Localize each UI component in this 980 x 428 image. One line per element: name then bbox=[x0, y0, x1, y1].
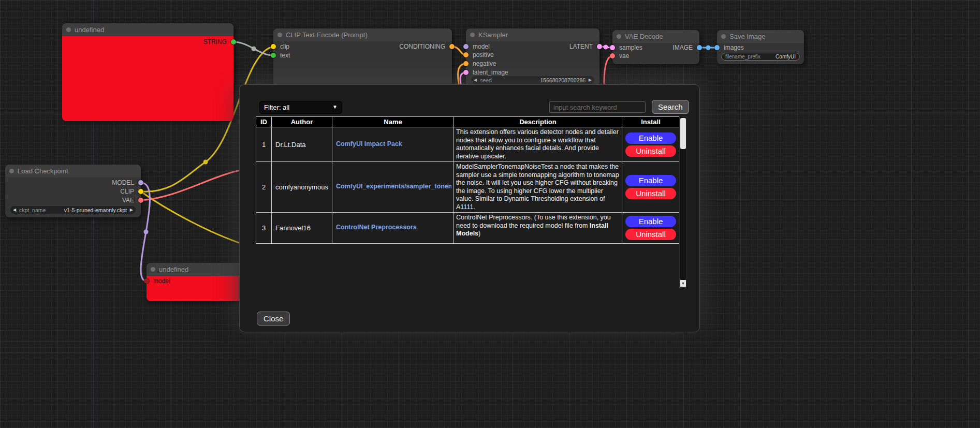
images-input-dot[interactable] bbox=[714, 45, 720, 50]
uninstall-button[interactable]: Uninstall bbox=[625, 229, 676, 240]
slot-label: latent_image bbox=[473, 69, 508, 76]
header-id: ID bbox=[256, 117, 272, 127]
output-slot-model: MODEL bbox=[5, 179, 141, 187]
extension-id: 2 bbox=[256, 162, 272, 213]
increment-arrow-icon[interactable]: ▶ bbox=[128, 208, 133, 212]
widget-value: v1-5-pruned-emaonly.ckpt bbox=[64, 207, 127, 213]
widget-value: ComfyUI bbox=[776, 54, 796, 60]
collapse-dot-icon[interactable] bbox=[617, 34, 621, 39]
model-input-dot[interactable] bbox=[144, 278, 149, 284]
extension-name-link[interactable]: ComfyUI Impact Pack bbox=[336, 140, 402, 147]
extension-description: ControlNet Preprocessors. (To use this e… bbox=[454, 213, 622, 244]
scrollbar[interactable]: ▼ bbox=[679, 116, 687, 288]
header-name: Name bbox=[332, 117, 454, 127]
input-slot-text: text bbox=[273, 51, 452, 60]
input-slot-negative: negative bbox=[466, 60, 599, 68]
widget-value: 156680208700286 bbox=[540, 77, 586, 83]
node-ksampler[interactable]: KSampler model positive negative latent_… bbox=[466, 28, 599, 86]
decrement-arrow-icon[interactable]: ◀ bbox=[13, 208, 18, 212]
text-input-dot[interactable] bbox=[271, 53, 276, 58]
string-output-dot[interactable] bbox=[231, 39, 236, 45]
latent-image-input-dot[interactable] bbox=[463, 70, 469, 75]
increment-arrow-icon[interactable]: ▶ bbox=[587, 78, 592, 82]
input-slot-vae: vae bbox=[612, 52, 699, 60]
decrement-arrow-icon[interactable]: ◀ bbox=[474, 78, 479, 82]
description-text: ControlNet Preprocessors. (To use this e… bbox=[456, 214, 611, 229]
slot-label: CLIP bbox=[120, 188, 134, 195]
collapse-dot-icon[interactable] bbox=[9, 169, 14, 173]
uninstall-button[interactable]: Uninstall bbox=[625, 188, 676, 199]
node-load-checkpoint[interactable]: Load Checkpoint MODEL CLIP VAE ◀ ckpt_na… bbox=[5, 165, 141, 217]
ckpt-name-widget[interactable]: ◀ ckpt_name v1-5-pruned-emaonly.ckpt ▶ bbox=[10, 206, 136, 214]
slot-label: vae bbox=[619, 52, 629, 60]
node-vae-decode[interactable]: VAE Decode samples vae IMAGE bbox=[612, 30, 699, 64]
widget-name: ckpt_name bbox=[19, 207, 46, 213]
node-title-bar[interactable]: CLIP Text Encode (Prompt) bbox=[273, 28, 452, 41]
link-midpoint-dot bbox=[604, 45, 608, 50]
table-header-row: ID Author Name Description Install bbox=[256, 117, 680, 127]
enable-button[interactable]: Enable bbox=[625, 175, 676, 186]
input-slot-images: images bbox=[717, 43, 804, 52]
wire-clip-to-hidden-node bbox=[141, 191, 243, 244]
collapse-dot-icon[interactable] bbox=[277, 33, 282, 37]
clip-output-dot[interactable] bbox=[138, 189, 143, 194]
slot-label: IMAGE bbox=[672, 44, 693, 51]
enable-button[interactable]: Enable bbox=[625, 216, 676, 227]
slot-label: LATENT bbox=[569, 43, 593, 50]
filter-select[interactable]: Filter: all bbox=[259, 101, 342, 114]
extension-manager-dialog: Filter: all ▼ Search ID Author Name Desc… bbox=[239, 84, 700, 332]
node-clip-text-encode[interactable]: CLIP Text Encode (Prompt) clip text COND… bbox=[273, 28, 452, 86]
node-title-bar[interactable]: Save Image bbox=[717, 30, 804, 43]
widget-name: seed bbox=[480, 77, 492, 83]
model-output-dot[interactable] bbox=[138, 180, 143, 185]
node-title-bar[interactable]: undefined bbox=[62, 23, 233, 36]
extension-author: Fannovel16 bbox=[272, 213, 332, 244]
extension-name-link[interactable]: ComfyUI_experiments/sampler_tonemap bbox=[336, 183, 451, 190]
node-save-image[interactable]: Save Image images filename_prefix ComfyU… bbox=[717, 30, 804, 64]
enable-button[interactable]: Enable bbox=[625, 132, 676, 144]
collapse-dot-icon[interactable] bbox=[66, 27, 71, 32]
extension-name-link[interactable]: ControlNet Preprocessors bbox=[336, 224, 417, 231]
install-cell: Enable Uninstall bbox=[622, 213, 680, 244]
image-output-dot[interactable] bbox=[697, 45, 702, 50]
node-title-bar[interactable]: Load Checkpoint bbox=[5, 165, 141, 178]
node-title-bar[interactable]: VAE Decode bbox=[612, 30, 699, 43]
collapse-dot-icon[interactable] bbox=[470, 33, 475, 37]
node-title: Save Image bbox=[729, 33, 765, 40]
input-slot-positive: positive bbox=[466, 51, 599, 59]
slot-label: VAE bbox=[122, 197, 134, 204]
vae-input-dot[interactable] bbox=[610, 53, 615, 58]
uninstall-button[interactable]: Uninstall bbox=[625, 145, 676, 157]
extension-id: 3 bbox=[256, 213, 272, 244]
output-slot-latent: LATENT bbox=[466, 42, 599, 51]
header-description: Description bbox=[454, 117, 622, 127]
graph-canvas[interactable]: undefined STRING CLIP Text Encode (Promp… bbox=[0, 0, 980, 428]
filter-select-wrap: Filter: all ▼ bbox=[259, 101, 342, 114]
extension-author: comfyanonymous bbox=[272, 162, 332, 213]
collapse-dot-icon[interactable] bbox=[151, 267, 155, 272]
extension-description: ModelSamplerTonemapNoiseTest a node that… bbox=[454, 162, 622, 213]
conditioning-output-dot[interactable] bbox=[449, 44, 455, 49]
input-slot-latent-image: latent_image bbox=[466, 68, 599, 77]
positive-input-dot[interactable] bbox=[463, 52, 469, 57]
node-undefined-top[interactable]: undefined STRING bbox=[62, 23, 233, 121]
slot-label: images bbox=[724, 44, 744, 51]
search-input[interactable] bbox=[549, 101, 646, 113]
latent-output-dot[interactable] bbox=[597, 44, 602, 49]
close-button[interactable]: Close bbox=[257, 312, 290, 326]
collapse-dot-icon[interactable] bbox=[721, 34, 726, 39]
extensions-table: ID Author Name Description Install 1 Dr.… bbox=[256, 116, 680, 244]
extension-author: Dr.Lt.Data bbox=[272, 127, 332, 162]
filename-prefix-widget[interactable]: filename_prefix ComfyUI bbox=[721, 53, 800, 61]
node-title-bar[interactable]: KSampler bbox=[466, 28, 599, 41]
scroll-down-button[interactable]: ▼ bbox=[680, 280, 686, 287]
output-slot-string: STRING bbox=[62, 38, 233, 46]
seed-widget[interactable]: ◀ seed 156680208700286 ▶ bbox=[471, 76, 594, 84]
link-midpoint-dot bbox=[203, 160, 208, 165]
search-button[interactable]: Search bbox=[652, 100, 689, 114]
negative-input-dot[interactable] bbox=[463, 61, 469, 66]
scrollbar-thumb[interactable] bbox=[680, 118, 686, 149]
link-midpoint-dot bbox=[252, 47, 256, 51]
canvas-origin-horizontal-line bbox=[0, 352, 980, 353]
vae-output-dot[interactable] bbox=[138, 198, 143, 203]
